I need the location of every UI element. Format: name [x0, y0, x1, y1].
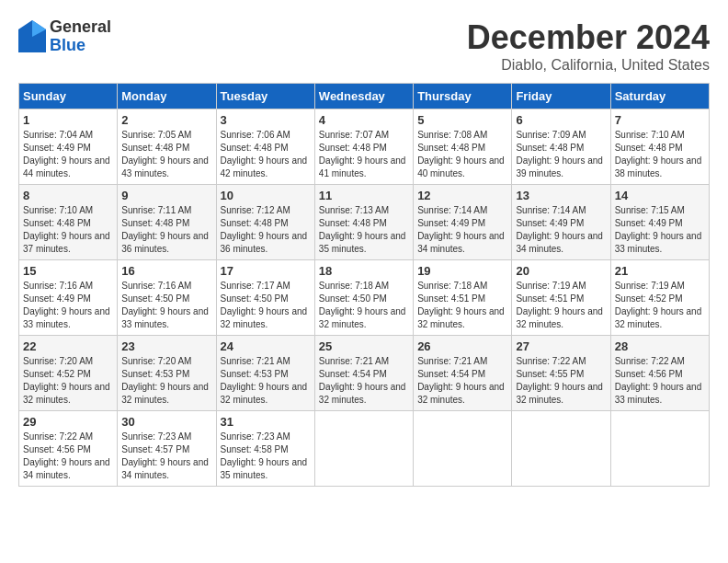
- day-number: 5: [417, 113, 507, 127]
- day-info: Sunrise: 7:17 AMSunset: 4:50 PMDaylight:…: [221, 280, 311, 331]
- calendar-cell: 26 Sunrise: 7:21 AMSunset: 4:54 PMDaylig…: [414, 336, 512, 411]
- calendar-cell: 12 Sunrise: 7:14 AMSunset: 4:49 PMDaylig…: [414, 185, 512, 260]
- day-info: Sunrise: 7:19 AMSunset: 4:52 PMDaylight:…: [615, 280, 705, 331]
- day-number: 30: [121, 415, 211, 429]
- calendar-cell: 6 Sunrise: 7:09 AMSunset: 4:48 PMDayligh…: [512, 109, 610, 185]
- day-number: 7: [615, 113, 705, 127]
- location-title: Diablo, California, United States: [467, 57, 710, 74]
- day-info: Sunrise: 7:20 AMSunset: 4:53 PMDaylight:…: [121, 355, 211, 407]
- calendar-cell: 11 Sunrise: 7:13 AMSunset: 4:48 PMDaylig…: [314, 185, 413, 260]
- calendar-cell: 3 Sunrise: 7:06 AMSunset: 4:48 PMDayligh…: [216, 109, 314, 185]
- calendar-cell: 27 Sunrise: 7:22 AMSunset: 4:55 PMDaylig…: [512, 336, 610, 411]
- calendar-cell: 21 Sunrise: 7:19 AMSunset: 4:52 PMDaylig…: [610, 260, 709, 336]
- day-number: 24: [221, 339, 311, 353]
- calendar-cell: 8 Sunrise: 7:10 AMSunset: 4:48 PMDayligh…: [19, 185, 118, 260]
- title-section: December 2024 Diablo, California, United…: [467, 18, 710, 74]
- day-info: Sunrise: 7:10 AMSunset: 4:48 PMDaylight:…: [23, 204, 113, 256]
- calendar-cell: 31 Sunrise: 7:23 AMSunset: 4:58 PMDaylig…: [216, 411, 314, 487]
- calendar-cell: 13 Sunrise: 7:14 AMSunset: 4:49 PMDaylig…: [512, 185, 610, 260]
- day-info: Sunrise: 7:08 AMSunset: 4:48 PMDaylight:…: [417, 129, 507, 180]
- day-info: Sunrise: 7:04 AMSunset: 4:49 PMDaylight:…: [23, 129, 113, 180]
- calendar-cell: 14 Sunrise: 7:15 AMSunset: 4:49 PMDaylig…: [610, 185, 709, 260]
- day-number: 11: [319, 189, 409, 202]
- day-number: 27: [516, 339, 606, 353]
- day-number: 10: [221, 189, 311, 202]
- day-number: 28: [615, 339, 705, 353]
- day-info: Sunrise: 7:18 AMSunset: 4:50 PMDaylight:…: [319, 280, 409, 331]
- day-number: 26: [417, 339, 507, 353]
- day-info: Sunrise: 7:16 AMSunset: 4:50 PMDaylight:…: [121, 280, 211, 331]
- day-number: 19: [417, 264, 507, 278]
- day-number: 16: [121, 264, 211, 278]
- weekday-header-tuesday: Tuesday: [216, 84, 314, 109]
- week-row-1: 1 Sunrise: 7:04 AMSunset: 4:49 PMDayligh…: [19, 109, 710, 185]
- day-number: 25: [319, 339, 409, 353]
- calendar-cell: 25 Sunrise: 7:21 AMSunset: 4:54 PMDaylig…: [314, 336, 413, 411]
- calendar-cell: 4 Sunrise: 7:07 AMSunset: 4:48 PMDayligh…: [314, 109, 413, 185]
- day-info: Sunrise: 7:13 AMSunset: 4:48 PMDaylight:…: [319, 204, 409, 256]
- day-info: Sunrise: 7:14 AMSunset: 4:49 PMDaylight:…: [516, 204, 606, 256]
- day-number: 31: [221, 415, 311, 429]
- day-number: 6: [516, 113, 606, 127]
- day-info: Sunrise: 7:07 AMSunset: 4:48 PMDaylight:…: [319, 129, 409, 180]
- weekday-header-sunday: Sunday: [19, 84, 118, 109]
- day-number: 3: [221, 113, 311, 127]
- day-number: 20: [516, 264, 606, 278]
- day-number: 23: [121, 339, 211, 353]
- weekday-header-saturday: Saturday: [610, 84, 709, 109]
- day-number: 13: [516, 189, 606, 202]
- calendar-cell: 18 Sunrise: 7:18 AMSunset: 4:50 PMDaylig…: [314, 260, 413, 336]
- weekday-header-row: SundayMondayTuesdayWednesdayThursdayFrid…: [19, 84, 710, 109]
- day-info: Sunrise: 7:22 AMSunset: 4:56 PMDaylight:…: [615, 355, 705, 407]
- day-number: 2: [121, 113, 211, 127]
- calendar-cell: [414, 411, 512, 487]
- day-info: Sunrise: 7:12 AMSunset: 4:48 PMDaylight:…: [221, 204, 311, 256]
- day-number: 15: [23, 264, 113, 278]
- calendar-cell: [610, 411, 709, 487]
- day-info: Sunrise: 7:18 AMSunset: 4:51 PMDaylight:…: [417, 280, 507, 331]
- calendar-cell: 2 Sunrise: 7:05 AMSunset: 4:48 PMDayligh…: [118, 109, 216, 185]
- weekday-header-friday: Friday: [512, 84, 610, 109]
- logo-blue: Blue: [50, 37, 111, 55]
- calendar-cell: 23 Sunrise: 7:20 AMSunset: 4:53 PMDaylig…: [118, 336, 216, 411]
- day-info: Sunrise: 7:14 AMSunset: 4:49 PMDaylight:…: [417, 204, 507, 256]
- calendar-cell: 28 Sunrise: 7:22 AMSunset: 4:56 PMDaylig…: [610, 336, 709, 411]
- day-info: Sunrise: 7:23 AMSunset: 4:58 PMDaylight:…: [221, 431, 311, 482]
- day-number: 22: [23, 339, 113, 353]
- week-row-4: 22 Sunrise: 7:20 AMSunset: 4:52 PMDaylig…: [19, 336, 710, 411]
- logo-general: General: [50, 18, 111, 37]
- day-info: Sunrise: 7:21 AMSunset: 4:54 PMDaylight:…: [319, 355, 409, 407]
- day-number: 1: [23, 113, 113, 127]
- day-info: Sunrise: 7:22 AMSunset: 4:55 PMDaylight:…: [516, 355, 606, 407]
- day-info: Sunrise: 7:20 AMSunset: 4:52 PMDaylight:…: [23, 355, 113, 407]
- day-info: Sunrise: 7:23 AMSunset: 4:57 PMDaylight:…: [121, 431, 211, 482]
- week-row-5: 29 Sunrise: 7:22 AMSunset: 4:56 PMDaylig…: [19, 411, 710, 487]
- calendar-cell: 10 Sunrise: 7:12 AMSunset: 4:48 PMDaylig…: [216, 185, 314, 260]
- day-number: 17: [221, 264, 311, 278]
- day-info: Sunrise: 7:21 AMSunset: 4:53 PMDaylight:…: [221, 355, 311, 407]
- day-info: Sunrise: 7:05 AMSunset: 4:48 PMDaylight:…: [121, 129, 211, 180]
- week-row-3: 15 Sunrise: 7:16 AMSunset: 4:49 PMDaylig…: [19, 260, 710, 336]
- calendar-cell: [314, 411, 413, 487]
- day-number: 18: [319, 264, 409, 278]
- day-info: Sunrise: 7:22 AMSunset: 4:56 PMDaylight:…: [23, 431, 113, 482]
- day-number: 21: [615, 264, 705, 278]
- weekday-header-monday: Monday: [118, 84, 216, 109]
- day-number: 4: [319, 113, 409, 127]
- weekday-header-wednesday: Wednesday: [314, 84, 413, 109]
- calendar-cell: 19 Sunrise: 7:18 AMSunset: 4:51 PMDaylig…: [414, 260, 512, 336]
- day-number: 14: [615, 189, 705, 202]
- calendar-cell: 29 Sunrise: 7:22 AMSunset: 4:56 PMDaylig…: [19, 411, 118, 487]
- day-number: 12: [417, 189, 507, 202]
- calendar-cell: 20 Sunrise: 7:19 AMSunset: 4:51 PMDaylig…: [512, 260, 610, 336]
- calendar-cell: 9 Sunrise: 7:11 AMSunset: 4:48 PMDayligh…: [118, 185, 216, 260]
- calendar-cell: 16 Sunrise: 7:16 AMSunset: 4:50 PMDaylig…: [118, 260, 216, 336]
- month-title: December 2024: [467, 18, 710, 57]
- calendar-cell: [512, 411, 610, 487]
- day-info: Sunrise: 7:15 AMSunset: 4:49 PMDaylight:…: [615, 204, 705, 256]
- logo: General Blue: [18, 18, 111, 55]
- day-number: 9: [121, 189, 211, 202]
- header: General Blue December 2024 Diablo, Calif…: [18, 18, 710, 74]
- day-number: 29: [23, 415, 113, 429]
- day-info: Sunrise: 7:21 AMSunset: 4:54 PMDaylight:…: [417, 355, 507, 407]
